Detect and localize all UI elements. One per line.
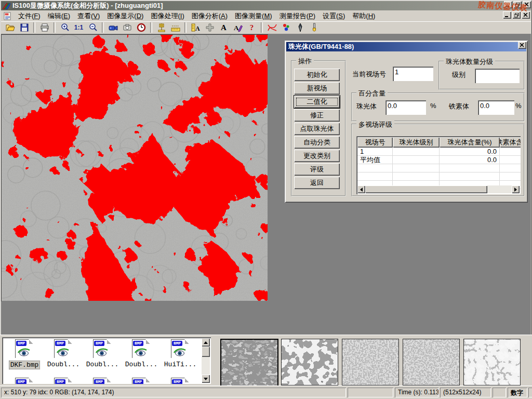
- thumbnail-huiti[interactable]: [463, 339, 521, 385]
- multifield-table[interactable]: 视场号 珠光体级别 珠光体含量(%) 铁素体含量(%) 1 0.0 平均值 0.…: [356, 136, 521, 194]
- brush-tool-icon[interactable]: [307, 22, 321, 33]
- thumbnail-3[interactable]: [342, 339, 399, 385]
- status-empty-panel-2: [493, 388, 506, 397]
- timer-icon[interactable]: [134, 22, 148, 33]
- initialize-button[interactable]: 初始化: [294, 69, 340, 81]
- video-camera-icon[interactable]: [106, 22, 120, 33]
- menu-item-settings[interactable]: 设置(S): [319, 10, 349, 22]
- scrollbar-thumb[interactable]: [202, 347, 210, 357]
- child-minimize-icon[interactable]: [503, 11, 511, 19]
- dialog-title-bar[interactable]: 珠光体(GB/T9441-88): [286, 42, 526, 51]
- scrollbar-thumb[interactable]: [365, 185, 487, 193]
- dialog-close-icon[interactable]: [518, 42, 526, 49]
- menu-item-image-display[interactable]: 图像显示(D): [103, 10, 147, 22]
- column-header-field[interactable]: 视场号: [357, 137, 393, 148]
- status-empty-panel: [348, 388, 393, 397]
- ruler-icon[interactable]: [168, 22, 182, 33]
- menu-item-image-measure[interactable]: 图像测量(M): [231, 10, 276, 22]
- file-name[interactable]: HuiTi...: [163, 361, 197, 368]
- scroll-left-icon[interactable]: [357, 185, 365, 193]
- column-header-grade[interactable]: 珠光体级别: [393, 137, 440, 148]
- particle-analysis-icon[interactable]: [279, 22, 293, 33]
- column-header-ferrite[interactable]: 铁素体含量(%): [500, 137, 521, 148]
- menu-item-view[interactable]: 查看(V): [74, 10, 103, 22]
- print-icon[interactable]: [37, 22, 51, 33]
- micrograph-image[interactable]: [1, 34, 268, 301]
- ferrite-percent-label: 铁素体: [449, 102, 469, 111]
- column-header-pearlite[interactable]: 珠光体含量(%): [440, 137, 500, 148]
- scroll-up-icon[interactable]: [202, 338, 210, 347]
- menu-item-help[interactable]: 帮助(H): [349, 10, 379, 22]
- menu-item-image-analysis[interactable]: 图像分析(A): [188, 10, 231, 22]
- text-tool-icon[interactable]: A: [217, 22, 231, 33]
- toolbar-separator: [33, 22, 35, 33]
- file-item[interactable]: BMP Doubl...: [45, 339, 82, 368]
- open-file-icon[interactable]: [3, 22, 17, 33]
- application-window: IS100显微摄像系统(金相分析版) - [zhuguangti01] 胶南仪器…: [0, 0, 532, 399]
- grade-level-input[interactable]: [475, 69, 520, 83]
- pearlite-percent-input[interactable]: 0.0: [385, 100, 426, 115]
- file-name[interactable]: Doubl...: [124, 361, 158, 368]
- toolbar: 1:1 A A A ?: [1, 21, 531, 34]
- auto-classify-button[interactable]: 自动分类: [294, 136, 340, 149]
- table-row[interactable]: 平均值 0.0: [357, 156, 521, 164]
- return-button[interactable]: 返回: [294, 177, 340, 189]
- menu-item-file[interactable]: 文件(F): [15, 10, 44, 22]
- file-item[interactable]: BMP Doubl...: [123, 339, 159, 368]
- thumbnail-dkf[interactable]: [220, 339, 278, 387]
- multifield-group: 多视场评级 视场号 珠光体级别 珠光体含量(%) 铁素体含量(%) 1 0.0 …: [351, 124, 525, 196]
- scroll-down-icon[interactable]: [202, 375, 210, 383]
- curve-tool-icon[interactable]: [265, 22, 279, 33]
- scroll-right-icon[interactable]: [512, 185, 520, 193]
- file-item[interactable]: BMP: [84, 378, 121, 384]
- caliper-icon[interactable]: [154, 22, 168, 33]
- zoom-one-to-one-icon[interactable]: 1:1: [72, 22, 86, 33]
- status-resize-grip: [528, 388, 532, 397]
- correct-button[interactable]: 修正: [294, 109, 340, 122]
- binarize-button[interactable]: 二值化: [294, 96, 340, 108]
- toolbar-separator: [54, 22, 56, 33]
- file-name[interactable]: Doubl...: [46, 361, 81, 368]
- bmp-file-icon: BMP: [15, 339, 34, 359]
- pick-pearlite-button[interactable]: 点取珠光体: [294, 123, 340, 135]
- table-row[interactable]: 1 0.0: [357, 148, 521, 156]
- file-name[interactable]: Doubl...: [85, 361, 119, 368]
- file-name[interactable]: DKF.bmp: [9, 361, 41, 369]
- pearlite-percent-label: 珠光体: [356, 102, 377, 111]
- zoom-in-icon[interactable]: [58, 22, 72, 33]
- thumbnail-2[interactable]: [281, 339, 338, 385]
- grade-button[interactable]: 评级: [294, 163, 340, 176]
- annotate-tool-icon[interactable]: A: [231, 22, 245, 33]
- file-browser[interactable]: BMP DKF.bmp BMP Doubl... BMP Doubl... BM…: [2, 337, 211, 384]
- pen-tool-icon[interactable]: [293, 22, 307, 33]
- menu-item-image-processing[interactable]: 图像处理(I): [147, 10, 188, 22]
- ferrite-percent-input[interactable]: 0.0: [478, 100, 514, 115]
- file-item[interactable]: BMP: [162, 378, 198, 384]
- file-item[interactable]: BMP: [6, 378, 43, 384]
- ferrite-percent-unit: %: [515, 102, 522, 110]
- toolbar-separator: [184, 22, 187, 33]
- calibration-icon[interactable]: A: [189, 22, 203, 33]
- file-item[interactable]: BMP: [45, 378, 82, 384]
- change-class-button[interactable]: 更改类别: [294, 150, 340, 162]
- pearlite-percent-unit: %: [430, 102, 436, 110]
- thumbnail-4[interactable]: [403, 339, 460, 385]
- file-item[interactable]: BMP DKF.bmp: [6, 339, 43, 369]
- status-cursor-position: x: 510 y: 79 idx: 0 RGB: (174, 174, 174): [1, 388, 346, 397]
- menu-item-edit[interactable]: 编辑(E): [44, 10, 74, 22]
- bmp-file-icon: BMP: [93, 339, 112, 359]
- new-field-button[interactable]: 新视场: [294, 82, 340, 95]
- help-icon[interactable]: ?: [245, 22, 259, 33]
- table-h-scrollbar[interactable]: [357, 185, 520, 193]
- grid-tool-icon[interactable]: [203, 22, 217, 33]
- zoom-out-icon[interactable]: [86, 22, 100, 33]
- menu-item-measure-report[interactable]: 测量报告(P): [276, 10, 319, 22]
- file-item[interactable]: BMP: [123, 378, 159, 384]
- capture-camera-icon[interactable]: [120, 22, 134, 33]
- file-item[interactable]: BMP Doubl...: [84, 339, 121, 368]
- save-icon[interactable]: [17, 22, 31, 33]
- current-field-input[interactable]: 1: [393, 66, 433, 81]
- file-list-scrollbar[interactable]: [202, 338, 210, 383]
- table-row-empty: [357, 164, 521, 172]
- file-item[interactable]: BMP HuiTi...: [162, 339, 198, 368]
